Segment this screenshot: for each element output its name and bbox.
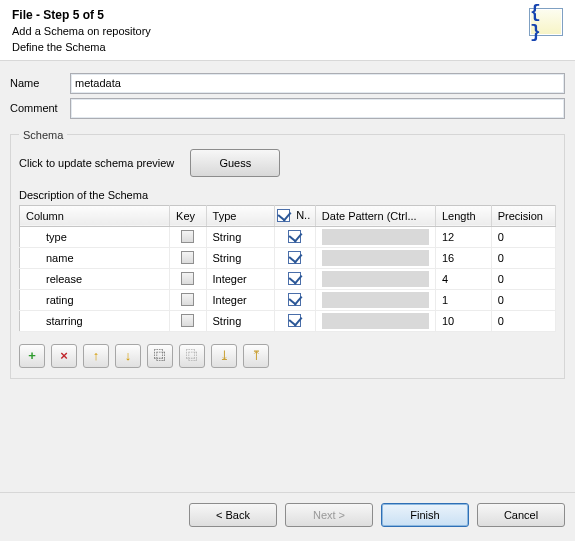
header-nullable[interactable]: N.. bbox=[275, 205, 316, 226]
back-button[interactable]: < Back bbox=[189, 503, 277, 527]
cell-length[interactable]: 12 bbox=[435, 226, 491, 247]
wizard-title: File - Step 5 of 5 bbox=[12, 8, 151, 22]
date-pattern-field[interactable] bbox=[322, 271, 429, 287]
remove-column-button[interactable]: × bbox=[51, 344, 77, 368]
table-row[interactable]: starringString100 bbox=[20, 310, 556, 331]
next-button: Next > bbox=[285, 503, 373, 527]
header-length[interactable]: Length bbox=[435, 205, 491, 226]
header-nullable-checkbox-icon bbox=[277, 209, 290, 222]
cell-key[interactable] bbox=[170, 226, 206, 247]
table-row[interactable]: typeString120 bbox=[20, 226, 556, 247]
add-column-button[interactable]: + bbox=[19, 344, 45, 368]
header-nullable-label: N.. bbox=[296, 209, 310, 221]
cell-precision[interactable]: 0 bbox=[491, 268, 555, 289]
cell-column[interactable]: starring bbox=[20, 310, 170, 331]
cell-type[interactable]: String bbox=[206, 310, 275, 331]
comment-input[interactable] bbox=[70, 98, 565, 119]
cell-nullable[interactable] bbox=[275, 268, 316, 289]
key-checkbox-icon bbox=[181, 314, 194, 327]
schema-group: Schema Click to update schema preview Gu… bbox=[10, 129, 565, 379]
cell-precision[interactable]: 0 bbox=[491, 247, 555, 268]
move-up-button[interactable]: ↑ bbox=[83, 344, 109, 368]
schema-table[interactable]: Column Key Type N.. Date Pattern (Ctrl..… bbox=[19, 205, 556, 332]
cell-nullable[interactable] bbox=[275, 289, 316, 310]
schema-braces-icon: { } bbox=[529, 8, 563, 36]
key-checkbox-icon bbox=[181, 293, 194, 306]
schema-legend: Schema bbox=[19, 129, 67, 141]
header-precision[interactable]: Precision bbox=[491, 205, 555, 226]
wizard-subtitle-2: Define the Schema bbox=[12, 40, 151, 54]
cell-column[interactable]: type bbox=[20, 226, 170, 247]
date-pattern-field[interactable] bbox=[322, 292, 429, 308]
table-row[interactable]: ratingInteger10 bbox=[20, 289, 556, 310]
wizard-footer: < Back Next > Finish Cancel bbox=[0, 492, 575, 541]
schema-description-label: Description of the Schema bbox=[19, 189, 556, 201]
cell-type[interactable]: String bbox=[206, 226, 275, 247]
move-down-button[interactable]: ↓ bbox=[115, 344, 141, 368]
key-checkbox-icon bbox=[181, 272, 194, 285]
export-schema-button[interactable]: ⤒ bbox=[243, 344, 269, 368]
cell-date-pattern[interactable] bbox=[315, 247, 435, 268]
name-label: Name bbox=[10, 77, 70, 89]
cell-precision[interactable]: 0 bbox=[491, 310, 555, 331]
cell-column[interactable]: rating bbox=[20, 289, 170, 310]
cell-type[interactable]: Integer bbox=[206, 268, 275, 289]
cancel-button[interactable]: Cancel bbox=[477, 503, 565, 527]
comment-label: Comment bbox=[10, 102, 70, 114]
nullable-checkbox-icon bbox=[288, 251, 301, 264]
date-pattern-field[interactable] bbox=[322, 250, 429, 266]
header-key[interactable]: Key bbox=[170, 205, 206, 226]
cell-date-pattern[interactable] bbox=[315, 310, 435, 331]
header-type[interactable]: Type bbox=[206, 205, 275, 226]
cell-length[interactable]: 1 bbox=[435, 289, 491, 310]
schema-toolbar: + × ↑ ↓ ⿻ ⿻ ⤓ ⤒ bbox=[19, 344, 556, 368]
header-date-pattern[interactable]: Date Pattern (Ctrl... bbox=[315, 205, 435, 226]
nullable-checkbox-icon bbox=[288, 314, 301, 327]
import-schema-button[interactable]: ⤓ bbox=[211, 344, 237, 368]
cell-key[interactable] bbox=[170, 247, 206, 268]
wizard-subtitle-1: Add a Schema on repository bbox=[12, 24, 151, 38]
cell-type[interactable]: Integer bbox=[206, 289, 275, 310]
nullable-checkbox-icon bbox=[288, 230, 301, 243]
cell-date-pattern[interactable] bbox=[315, 226, 435, 247]
paste-button[interactable]: ⿻ bbox=[179, 344, 205, 368]
cell-type[interactable]: String bbox=[206, 247, 275, 268]
cell-column[interactable]: release bbox=[20, 268, 170, 289]
cell-precision[interactable]: 0 bbox=[491, 226, 555, 247]
cell-date-pattern[interactable] bbox=[315, 268, 435, 289]
wizard-banner: File - Step 5 of 5 Add a Schema on repos… bbox=[0, 0, 575, 60]
cell-length[interactable]: 4 bbox=[435, 268, 491, 289]
date-pattern-field[interactable] bbox=[322, 313, 429, 329]
cell-key[interactable] bbox=[170, 289, 206, 310]
key-checkbox-icon bbox=[181, 230, 194, 243]
cell-nullable[interactable] bbox=[275, 226, 316, 247]
cell-date-pattern[interactable] bbox=[315, 289, 435, 310]
date-pattern-field[interactable] bbox=[322, 229, 429, 245]
cell-key[interactable] bbox=[170, 268, 206, 289]
cell-length[interactable]: 16 bbox=[435, 247, 491, 268]
key-checkbox-icon bbox=[181, 251, 194, 264]
cell-nullable[interactable] bbox=[275, 247, 316, 268]
cell-key[interactable] bbox=[170, 310, 206, 331]
copy-button[interactable]: ⿻ bbox=[147, 344, 173, 368]
nullable-checkbox-icon bbox=[288, 272, 301, 285]
table-row[interactable]: nameString160 bbox=[20, 247, 556, 268]
cell-column[interactable]: name bbox=[20, 247, 170, 268]
nullable-checkbox-icon bbox=[288, 293, 301, 306]
name-input[interactable] bbox=[70, 73, 565, 94]
cell-nullable[interactable] bbox=[275, 310, 316, 331]
table-row[interactable]: releaseInteger40 bbox=[20, 268, 556, 289]
cell-length[interactable]: 10 bbox=[435, 310, 491, 331]
cell-precision[interactable]: 0 bbox=[491, 289, 555, 310]
finish-button[interactable]: Finish bbox=[381, 503, 469, 527]
header-column[interactable]: Column bbox=[20, 205, 170, 226]
guess-button[interactable]: Guess bbox=[190, 149, 280, 177]
schema-hint: Click to update schema preview bbox=[19, 157, 174, 169]
